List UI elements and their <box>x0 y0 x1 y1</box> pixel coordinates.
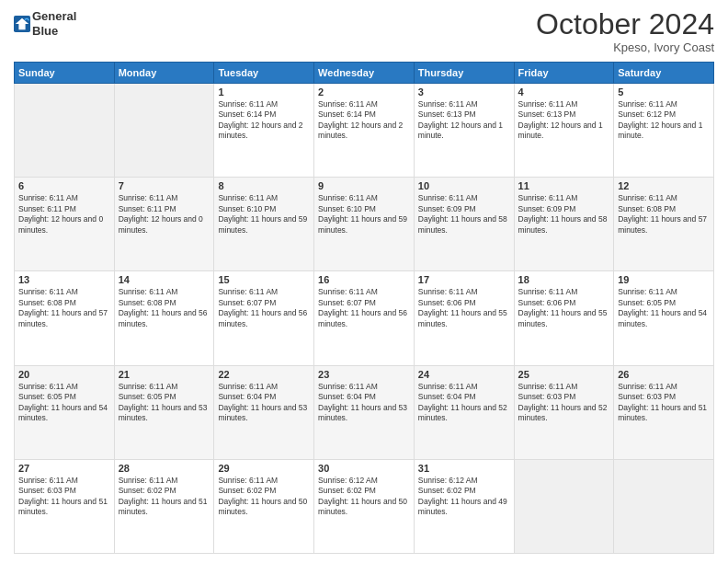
day-number: 19 <box>618 274 710 285</box>
logo-icon <box>14 16 30 32</box>
calendar-cell: 7Sunrise: 6:11 AMSunset: 6:11 PMDaylight… <box>114 178 214 271</box>
cell-text: Sunrise: 6:11 AMSunset: 6:14 PMDaylight:… <box>318 99 410 142</box>
weekday-header-thursday: Thursday <box>414 63 514 84</box>
cell-text: Sunrise: 6:11 AMSunset: 6:08 PMDaylight:… <box>119 287 210 329</box>
title-area: October 2024 Kpeso, Ivory Coast <box>536 9 714 54</box>
calendar-week-1: 1Sunrise: 6:11 AMSunset: 6:14 PMDaylight… <box>15 84 714 178</box>
logo: General Blue <box>14 9 76 38</box>
day-number: 22 <box>218 369 310 380</box>
calendar-cell: 4Sunrise: 6:11 AMSunset: 6:13 PMDaylight… <box>514 84 614 178</box>
calendar-table: SundayMondayTuesdayWednesdayThursdayFrid… <box>14 62 714 554</box>
day-number: 29 <box>218 463 310 474</box>
day-number: 8 <box>218 180 310 191</box>
calendar-cell: 30Sunrise: 6:12 AMSunset: 6:02 PMDayligh… <box>314 459 415 553</box>
day-number: 2 <box>318 86 410 98</box>
location: Kpeso, Ivory Coast <box>536 40 714 54</box>
page: General Blue October 2024 Kpeso, Ivory C… <box>0 0 728 563</box>
day-number: 24 <box>418 369 510 380</box>
calendar-cell: 2Sunrise: 6:11 AMSunset: 6:14 PMDaylight… <box>314 84 415 178</box>
calendar-cell: 14Sunrise: 6:11 AMSunset: 6:08 PMDayligh… <box>114 271 214 365</box>
day-number: 18 <box>518 274 610 285</box>
calendar-week-5: 27Sunrise: 6:11 AMSunset: 6:03 PMDayligh… <box>15 459 714 553</box>
day-number: 7 <box>119 180 210 191</box>
weekday-header-tuesday: Tuesday <box>214 63 314 84</box>
day-number: 31 <box>418 463 510 474</box>
cell-text: Sunrise: 6:11 AMSunset: 6:10 PMDaylight:… <box>318 193 410 236</box>
day-number: 16 <box>318 274 410 285</box>
day-number: 26 <box>618 369 710 380</box>
calendar-cell: 8Sunrise: 6:11 AMSunset: 6:10 PMDaylight… <box>214 178 314 271</box>
calendar-cell: 1Sunrise: 6:11 AMSunset: 6:14 PMDaylight… <box>214 84 314 178</box>
cell-text: Sunrise: 6:11 AMSunset: 6:06 PMDaylight:… <box>418 287 510 329</box>
cell-text: Sunrise: 6:11 AMSunset: 6:04 PMDaylight:… <box>218 382 310 424</box>
cell-text: Sunrise: 6:11 AMSunset: 6:05 PMDaylight:… <box>618 287 710 329</box>
calendar-cell <box>114 84 214 178</box>
cell-text: Sunrise: 6:12 AMSunset: 6:02 PMDaylight:… <box>418 476 510 518</box>
calendar-cell: 25Sunrise: 6:11 AMSunset: 6:03 PMDayligh… <box>514 365 614 459</box>
calendar-cell: 13Sunrise: 6:11 AMSunset: 6:08 PMDayligh… <box>15 271 115 365</box>
calendar-cell: 19Sunrise: 6:11 AMSunset: 6:05 PMDayligh… <box>614 271 714 365</box>
day-number: 4 <box>518 86 610 98</box>
calendar-cell: 28Sunrise: 6:11 AMSunset: 6:02 PMDayligh… <box>114 459 214 553</box>
calendar-cell: 20Sunrise: 6:11 AMSunset: 6:05 PMDayligh… <box>15 365 115 459</box>
day-number: 13 <box>18 274 110 285</box>
calendar-week-3: 13Sunrise: 6:11 AMSunset: 6:08 PMDayligh… <box>15 271 714 365</box>
cell-text: Sunrise: 6:11 AMSunset: 6:03 PMDaylight:… <box>18 476 110 518</box>
day-number: 15 <box>218 274 310 285</box>
calendar-cell: 11Sunrise: 6:11 AMSunset: 6:09 PMDayligh… <box>514 178 614 271</box>
cell-text: Sunrise: 6:11 AMSunset: 6:10 PMDaylight:… <box>218 193 310 236</box>
cell-text: Sunrise: 6:11 AMSunset: 6:08 PMDaylight:… <box>18 287 110 329</box>
day-number: 28 <box>119 463 210 474</box>
cell-text: Sunrise: 6:11 AMSunset: 6:13 PMDaylight:… <box>518 99 610 142</box>
day-number: 1 <box>218 86 310 98</box>
day-number: 6 <box>18 180 110 191</box>
calendar-cell: 23Sunrise: 6:11 AMSunset: 6:04 PMDayligh… <box>314 365 415 459</box>
day-number: 11 <box>518 180 610 191</box>
calendar-cell: 24Sunrise: 6:11 AMSunset: 6:04 PMDayligh… <box>414 365 514 459</box>
weekday-header-friday: Friday <box>514 63 614 84</box>
calendar-cell: 12Sunrise: 6:11 AMSunset: 6:08 PMDayligh… <box>614 178 714 271</box>
cell-text: Sunrise: 6:11 AMSunset: 6:03 PMDaylight:… <box>618 382 710 424</box>
calendar-cell: 9Sunrise: 6:11 AMSunset: 6:10 PMDaylight… <box>314 178 415 271</box>
month-title: October 2024 <box>536 9 714 39</box>
calendar-cell: 26Sunrise: 6:11 AMSunset: 6:03 PMDayligh… <box>614 365 714 459</box>
calendar-week-2: 6Sunrise: 6:11 AMSunset: 6:11 PMDaylight… <box>15 178 714 271</box>
header: General Blue October 2024 Kpeso, Ivory C… <box>14 9 714 54</box>
cell-text: Sunrise: 6:11 AMSunset: 6:14 PMDaylight:… <box>218 99 310 142</box>
day-number: 5 <box>618 86 710 98</box>
cell-text: Sunrise: 6:11 AMSunset: 6:13 PMDaylight:… <box>418 99 510 142</box>
calendar-cell: 21Sunrise: 6:11 AMSunset: 6:05 PMDayligh… <box>114 365 214 459</box>
weekday-header-monday: Monday <box>114 63 214 84</box>
cell-text: Sunrise: 6:12 AMSunset: 6:02 PMDaylight:… <box>318 476 410 518</box>
cell-text: Sunrise: 6:11 AMSunset: 6:02 PMDaylight:… <box>218 476 310 518</box>
day-number: 14 <box>119 274 210 285</box>
cell-text: Sunrise: 6:11 AMSunset: 6:04 PMDaylight:… <box>318 382 410 424</box>
calendar-cell: 15Sunrise: 6:11 AMSunset: 6:07 PMDayligh… <box>214 271 314 365</box>
cell-text: Sunrise: 6:11 AMSunset: 6:12 PMDaylight:… <box>618 99 710 142</box>
day-number: 23 <box>318 369 410 380</box>
calendar-cell: 6Sunrise: 6:11 AMSunset: 6:11 PMDaylight… <box>15 178 115 271</box>
cell-text: Sunrise: 6:11 AMSunset: 6:05 PMDaylight:… <box>119 382 210 424</box>
calendar-week-4: 20Sunrise: 6:11 AMSunset: 6:05 PMDayligh… <box>15 365 714 459</box>
calendar-cell: 16Sunrise: 6:11 AMSunset: 6:07 PMDayligh… <box>314 271 415 365</box>
logo-text: General Blue <box>32 9 76 38</box>
calendar-cell: 10Sunrise: 6:11 AMSunset: 6:09 PMDayligh… <box>414 178 514 271</box>
day-number: 25 <box>518 369 610 380</box>
calendar-cell <box>614 459 714 553</box>
cell-text: Sunrise: 6:11 AMSunset: 6:07 PMDaylight:… <box>318 287 410 329</box>
cell-text: Sunrise: 6:11 AMSunset: 6:08 PMDaylight:… <box>618 193 710 236</box>
calendar-cell: 17Sunrise: 6:11 AMSunset: 6:06 PMDayligh… <box>414 271 514 365</box>
calendar-cell <box>514 459 614 553</box>
cell-text: Sunrise: 6:11 AMSunset: 6:02 PMDaylight:… <box>119 476 210 518</box>
weekday-header-sunday: Sunday <box>15 63 115 84</box>
weekday-header-wednesday: Wednesday <box>314 63 415 84</box>
calendar-cell: 27Sunrise: 6:11 AMSunset: 6:03 PMDayligh… <box>15 459 115 553</box>
day-number: 10 <box>418 180 510 191</box>
day-number: 17 <box>418 274 510 285</box>
day-number: 21 <box>119 369 210 380</box>
cell-text: Sunrise: 6:11 AMSunset: 6:07 PMDaylight:… <box>218 287 310 329</box>
calendar-cell: 3Sunrise: 6:11 AMSunset: 6:13 PMDaylight… <box>414 84 514 178</box>
calendar-cell: 29Sunrise: 6:11 AMSunset: 6:02 PMDayligh… <box>214 459 314 553</box>
day-number: 3 <box>418 86 510 98</box>
cell-text: Sunrise: 6:11 AMSunset: 6:04 PMDaylight:… <box>418 382 510 424</box>
